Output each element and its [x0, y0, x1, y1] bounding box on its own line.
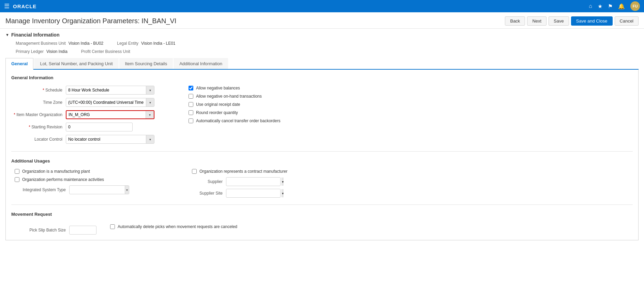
save-close-button[interactable]: Save and Close — [571, 16, 613, 26]
item-master-org-row: Item Master Organization ▾ — [11, 110, 168, 119]
locator-control-select[interactable]: ▾ — [66, 135, 154, 144]
general-info-title: General Information — [11, 75, 633, 80]
contract-manufacturer-row: Organization represents a contract manuf… — [192, 169, 633, 174]
schedule-input[interactable] — [66, 87, 146, 93]
main-content: ▼ Financial Information Management Busin… — [0, 29, 644, 244]
star-icon[interactable]: ★ — [598, 3, 602, 10]
general-info-form: Schedule ▾ Time Zone ▾ — [11, 86, 633, 147]
auto-delete-picks-label: Automatically delete picks when movement… — [118, 224, 237, 229]
supplier-dropdown-icon[interactable]: ▾ — [282, 178, 284, 186]
hamburger-icon[interactable]: ☰ — [4, 2, 10, 10]
next-button[interactable]: Next — [527, 16, 546, 26]
contract-manufacturer-checkbox[interactable] — [192, 169, 197, 174]
additional-usages-section: Additional Usages Organization is a manu… — [11, 158, 633, 200]
supplier-site-select[interactable]: ▾ — [226, 189, 281, 198]
tab-content-general: General Information Schedule ▾ Time — [5, 70, 639, 240]
supplier-site-input[interactable] — [226, 190, 282, 196]
item-master-org-select[interactable]: ▾ — [66, 110, 154, 119]
round-reorder-quantity-row: Round reorder quantity — [189, 110, 633, 115]
tab-lot[interactable]: Lot, Serial Number, and Packing Unit — [34, 58, 118, 69]
divider-1 — [11, 151, 633, 152]
pick-slip-label: Pick Slip Batch Size — [15, 228, 69, 232]
maintenance-checkbox[interactable] — [15, 177, 19, 182]
save-button[interactable]: Save — [549, 16, 569, 26]
management-bu-label: Management Business Unit — [16, 41, 66, 46]
auto-cancel-backorders-row: Automatically cancel transfer order back… — [189, 118, 633, 123]
maintenance-row: Organization performs maintenance activi… — [15, 177, 171, 182]
tab-general[interactable]: General — [5, 58, 33, 70]
locator-control-control: ▾ — [66, 135, 168, 144]
usage-right: Organization represents a contract manuf… — [192, 169, 633, 200]
tabs: General Lot, Serial Number, and Packing … — [5, 58, 639, 70]
timezone-dropdown-icon[interactable]: ▾ — [146, 98, 154, 107]
locator-control-row: Locator Control ▾ — [11, 135, 168, 144]
allow-negative-balances-checkbox[interactable] — [189, 86, 193, 90]
allow-negative-onhand-checkbox[interactable] — [189, 94, 193, 99]
additional-usages-grid: Organization is a manufacturing plant Or… — [11, 169, 633, 200]
schedule-label: Schedule — [11, 88, 66, 93]
cancel-button[interactable]: Cancel — [615, 16, 639, 26]
supplier-label: Supplier — [192, 179, 226, 184]
pick-slip-input[interactable] — [69, 226, 96, 235]
item-master-org-label: Item Master Organization — [11, 112, 66, 117]
home-icon[interactable]: ⌂ — [589, 3, 592, 9]
schedule-row: Schedule ▾ — [11, 86, 168, 95]
management-bu-value: Vision India - BU02 — [69, 41, 104, 46]
auto-cancel-backorders-label: Automatically cancel transfer order back… — [196, 118, 280, 123]
supplier-input[interactable] — [226, 179, 282, 185]
tab-additional[interactable]: Additional Information — [174, 58, 228, 69]
locator-control-input[interactable] — [66, 136, 146, 142]
item-master-org-control: ▾ — [66, 110, 168, 119]
use-original-receipt-checkbox[interactable] — [189, 102, 193, 107]
nav-left: ☰ ORACLE — [4, 2, 36, 10]
nav-right: ⌂ ★ ⚑ 🔔 FU — [589, 1, 640, 11]
timezone-control: ▾ — [66, 98, 168, 107]
starting-revision-label: Starting Revision — [11, 125, 66, 129]
round-reorder-quantity-checkbox[interactable] — [189, 110, 193, 115]
item-master-org-dropdown-icon[interactable]: ▾ — [146, 111, 154, 118]
use-original-receipt-row: Use original receipt date — [189, 102, 633, 107]
usage-left: Organization is a manufacturing plant Or… — [15, 169, 171, 200]
supplier-site-row: Supplier Site ▾ — [192, 189, 633, 198]
timezone-select[interactable]: ▾ — [66, 98, 154, 107]
manufacturing-plant-checkbox[interactable] — [15, 169, 19, 174]
auto-delete-picks-row: Automatically delete picks when movement… — [110, 224, 237, 229]
integrated-system-type-input[interactable] — [70, 187, 125, 193]
integrated-system-type-dropdown-icon[interactable]: ▾ — [125, 186, 129, 194]
item-master-org-input[interactable] — [66, 112, 146, 118]
supplier-select[interactable]: ▾ — [226, 177, 281, 186]
locator-control-dropdown-icon[interactable]: ▾ — [146, 135, 154, 143]
flag-icon[interactable]: ⚑ — [608, 3, 613, 10]
schedule-select[interactable]: ▾ — [66, 86, 154, 95]
financial-info-collapse-icon[interactable]: ▼ — [5, 33, 9, 37]
schedule-dropdown-icon[interactable]: ▾ — [146, 86, 154, 94]
form-left: Schedule ▾ Time Zone ▾ — [11, 86, 168, 147]
timezone-input[interactable] — [66, 99, 146, 105]
allow-negative-onhand-row: Allow negative on-hand transactions — [189, 94, 633, 99]
financial-info-section-header: ▼ Financial Information — [5, 32, 639, 38]
page-title: Manage Inventory Organization Parameters… — [5, 17, 176, 25]
starting-revision-control — [66, 123, 168, 131]
header-buttons: Back Next Save Save and Close Cancel — [505, 16, 639, 26]
supplier-site-label: Supplier Site — [192, 191, 226, 196]
form-right: Allow negative balances Allow negative o… — [189, 86, 633, 147]
auto-cancel-backorders-checkbox[interactable] — [189, 118, 193, 123]
auto-delete-picks-checkbox[interactable] — [110, 224, 115, 229]
starting-revision-input[interactable] — [66, 123, 133, 131]
user-avatar[interactable]: FU — [630, 1, 640, 11]
back-button[interactable]: Back — [505, 16, 525, 26]
tab-item-sourcing[interactable]: Item Sourcing Details — [119, 58, 173, 69]
financial-info-row1: Management Business Unit Vision India - … — [12, 41, 639, 46]
supplier-site-dropdown-icon[interactable]: ▾ — [282, 189, 284, 197]
schedule-control: ▾ — [66, 86, 168, 95]
timezone-label: Time Zone — [11, 100, 66, 105]
allow-negative-balances-label: Allow negative balances — [196, 86, 240, 90]
contract-manufacturer-label: Organization represents a contract manuf… — [199, 169, 287, 174]
starting-revision-row: Starting Revision — [11, 123, 168, 131]
integrated-system-type-select[interactable]: ▾ — [69, 185, 129, 194]
bell-icon[interactable]: 🔔 — [618, 3, 625, 10]
movement-request-title: Movement Request — [11, 212, 633, 217]
movement-request-section: Movement Request Pick Slip Batch Size Au… — [11, 212, 633, 235]
legal-entity-value: Vision India - LE01 — [141, 41, 176, 46]
primary-ledger-item: Primary Ledger Vision India — [16, 49, 68, 54]
